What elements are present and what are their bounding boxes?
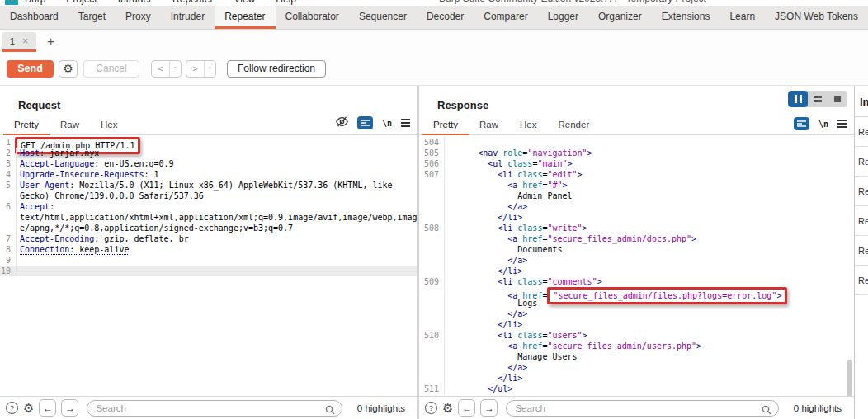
rows-layout-button[interactable] [808, 91, 828, 107]
inspector-item-3[interactable]: Re [855, 177, 868, 206]
response-tab-hex[interactable]: Hex [509, 115, 547, 135]
search-input[interactable] [506, 400, 778, 417]
inspector-item-6[interactable]: Re [855, 266, 868, 295]
hide-nonprintable-icon[interactable] [336, 115, 348, 130]
tab-decoder[interactable]: Decoder [417, 6, 474, 29]
repeater-tab-1[interactable]: 1 × [2, 32, 36, 52]
tab-repeater[interactable]: Repeater [215, 6, 275, 29]
code-line[interactable]: e/apng,*/*;q=0.8,application/signed-exch… [0, 223, 417, 233]
newline-toggle-icon[interactable]: \n [382, 119, 392, 128]
response-tab-render[interactable]: Render [548, 115, 601, 135]
code-line[interactable]: 1GET /admin.php HTTP/1.1 [0, 137, 417, 148]
code-line[interactable]: 6Accept: [0, 201, 417, 212]
code-line[interactable]: </li> [419, 373, 854, 384]
code-line[interactable]: 510 <li class="users"> [419, 330, 854, 341]
request-tab-hex[interactable]: Hex [90, 115, 128, 135]
tab-target[interactable]: Target [68, 6, 116, 29]
request-tab-pretty[interactable]: Pretty [3, 115, 50, 135]
send-button[interactable]: Send [7, 60, 54, 78]
code-line[interactable]: </a> [419, 362, 854, 373]
code-line[interactable]: text/html,application/xhtml+xml,applicat… [0, 212, 417, 223]
inspector-item-2[interactable]: Re [855, 147, 868, 177]
code-line[interactable]: 7Accept-Encoding: gzip, deflate, br [0, 233, 417, 244]
forward-dropdown-icon[interactable]: ˇ [204, 61, 215, 77]
response-tab-raw[interactable]: Raw [469, 115, 509, 135]
response-tab-pretty[interactable]: Pretty [422, 115, 469, 135]
tab-intruder[interactable]: Intruder [161, 6, 215, 29]
forward-history-button[interactable]: > ˇ [186, 60, 216, 78]
single-layout-button[interactable] [828, 91, 847, 107]
code-line[interactable]: <a href="secure_files_admin/users.php"> [419, 341, 854, 351]
add-tab-button[interactable]: + [47, 35, 54, 49]
tab-logger[interactable]: Logger [538, 6, 588, 29]
code-line[interactable]: Admin Panel [419, 191, 854, 201]
inspector-item-4[interactable]: Re [855, 206, 868, 236]
search-input[interactable] [87, 400, 342, 417]
follow-redirection-button[interactable]: Follow redirection [227, 60, 326, 78]
code-line[interactable]: 509 <li class="comments"> [419, 276, 854, 287]
code-line[interactable]: Documents [419, 244, 854, 255]
code-line[interactable]: </li> [419, 266, 854, 276]
code-line[interactable]: </a> [419, 201, 854, 212]
help-icon[interactable]: ? [6, 402, 18, 414]
next-match-button[interactable]: → [480, 399, 498, 417]
menu-item-view[interactable]: View [234, 0, 255, 5]
code-line[interactable]: 4Upgrade-Insecure-Requests: 1 [0, 169, 417, 180]
code-line[interactable]: 9 [0, 255, 417, 266]
code-line[interactable]: </a> [419, 255, 854, 266]
editor-menu-icon[interactable] [837, 120, 847, 128]
menu-item-help[interactable]: Help [276, 0, 296, 5]
code-line[interactable]: <a href="secure_files_admin/files.php?lo… [419, 287, 854, 298]
tab-proxy[interactable]: Proxy [116, 6, 161, 29]
request-settings-button[interactable]: ⚙ [59, 60, 78, 78]
back-arrow-icon[interactable]: < [152, 61, 169, 77]
code-line[interactable]: 507 <li class="edit"> [419, 169, 854, 180]
tab-sequencer[interactable]: Sequencer [349, 6, 417, 29]
code-line[interactable]: </li> [419, 319, 854, 330]
code-line[interactable]: </a> [419, 308, 854, 319]
code-line[interactable]: 5User-Agent: Mozilla/5.0 (X11; Linux x86… [0, 180, 417, 191]
menu-item-intruder[interactable]: Intruder [118, 0, 152, 5]
tab-dashboard[interactable]: Dashboard [0, 6, 68, 29]
code-line[interactable]: 2Host: jarjar.nyx [0, 148, 417, 158]
tab-organizer[interactable]: Organizer [588, 6, 652, 29]
tab-learn[interactable]: Learn [719, 6, 765, 29]
request-tab-raw[interactable]: Raw [50, 115, 90, 135]
code-line[interactable]: Manage Users [419, 351, 854, 362]
search-settings-icon[interactable]: ⚙ [23, 402, 34, 414]
code-line[interactable]: 506 <ul class="main"> [419, 158, 854, 169]
tab-json-web-tokens[interactable]: JSON Web Tokens [765, 6, 868, 29]
request-editor[interactable]: 1GET /admin.php HTTP/1.12Host: jarjar.ny… [0, 135, 417, 396]
tab-extensions[interactable]: Extensions [652, 6, 720, 29]
newline-toggle-icon[interactable]: \n [818, 120, 828, 129]
help-icon[interactable]: ? [425, 402, 437, 414]
tab-collaborator[interactable]: Collaborator [276, 6, 349, 29]
editor-menu-icon[interactable] [401, 119, 410, 127]
forward-arrow-icon[interactable]: > [186, 61, 204, 77]
tab-comparer[interactable]: Comparer [474, 6, 537, 29]
menu-item-burp[interactable]: Burp [25, 0, 45, 5]
code-line[interactable]: 10 [0, 266, 417, 276]
code-line[interactable]: <a href="secure_files_admin/docs.php"> [419, 233, 854, 244]
close-tab-icon[interactable]: × [22, 35, 28, 47]
cancel-button[interactable]: Cancel [83, 60, 139, 78]
search-settings-icon[interactable]: ⚙ [442, 402, 453, 414]
code-line[interactable]: <a href="#"> [419, 180, 854, 191]
code-line[interactable]: 504 [419, 137, 854, 148]
code-line[interactable]: 508 <li class="write"> [419, 223, 854, 233]
prettify-icon[interactable] [794, 117, 809, 130]
code-line[interactable]: </li> [419, 212, 854, 223]
code-line[interactable]: 8Connection: keep-alive [0, 244, 417, 255]
back-history-button[interactable]: < ˇ [151, 60, 182, 78]
scrollbar-thumb[interactable] [847, 360, 852, 396]
code-line[interactable]: 511 </ul> [419, 384, 854, 394]
back-dropdown-icon[interactable]: ˇ [169, 61, 181, 77]
code-line[interactable]: 505 <nav role="navigation"> [419, 148, 854, 158]
code-line[interactable]: 3Accept-Language: en-US,en;q=0.9 [0, 158, 417, 169]
inspector-item-1[interactable]: Re [855, 117, 868, 147]
menu-item-project[interactable]: Project [66, 0, 97, 5]
prettify-icon[interactable] [357, 116, 373, 129]
columns-layout-button[interactable] [788, 91, 808, 107]
menu-item-repeater[interactable]: Repeater [172, 0, 213, 5]
inspector-item-5[interactable]: Re [855, 236, 868, 266]
